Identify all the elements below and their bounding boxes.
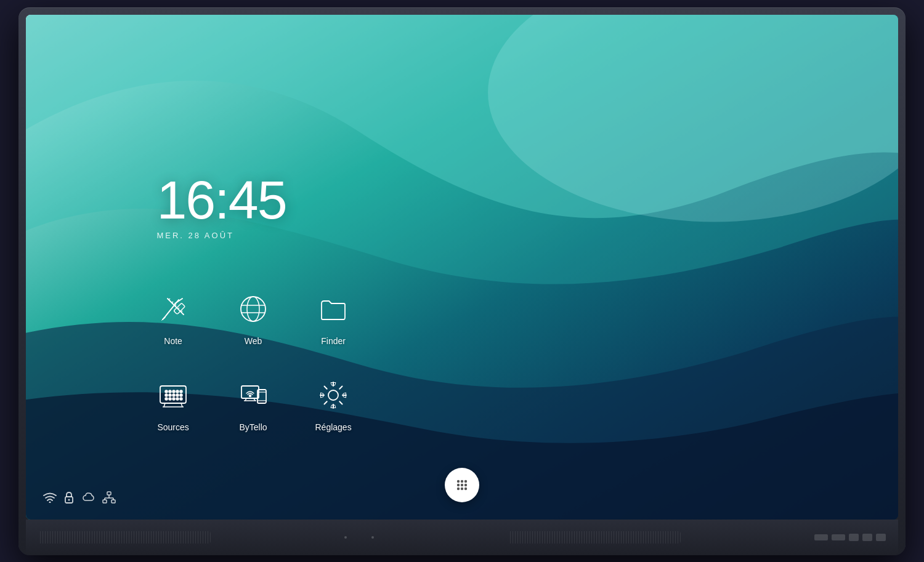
bottom-bezel <box>26 520 898 555</box>
svg-point-44 <box>328 390 338 400</box>
app-note[interactable]: Note <box>139 277 207 357</box>
sources-icon <box>152 374 194 416</box>
svg-line-9 <box>172 302 173 303</box>
finder-label: Finder <box>321 336 346 346</box>
reglages-label: Réglages <box>315 422 352 432</box>
svg-point-59 <box>461 483 463 486</box>
speaker-left <box>38 531 211 544</box>
lock-icon <box>64 491 74 506</box>
svg-point-26 <box>165 394 168 396</box>
ports-section <box>814 534 886 541</box>
svg-point-14 <box>247 297 259 321</box>
svg-point-21 <box>165 390 168 393</box>
app-reglages[interactable]: Réglages <box>299 363 367 443</box>
svg-point-45 <box>49 501 51 503</box>
finder-icon <box>312 288 354 330</box>
svg-point-22 <box>169 390 171 393</box>
bytello-label: ByTello <box>240 422 267 432</box>
clock-section: 16:45 MER. 28 AOÛT <box>156 173 286 240</box>
clock-date: MER. 28 AOÛT <box>156 231 286 240</box>
svg-point-35 <box>180 398 182 400</box>
app-sources[interactable]: Sources <box>139 363 207 443</box>
svg-point-63 <box>464 487 467 489</box>
wifi-icon <box>43 492 57 505</box>
svg-point-29 <box>176 394 179 396</box>
status-bar <box>43 491 116 506</box>
cloud-icon <box>81 491 95 506</box>
bytello-icon <box>232 374 274 416</box>
svg-marker-4 <box>161 317 165 321</box>
svg-point-60 <box>464 483 467 486</box>
svg-rect-50 <box>111 500 115 503</box>
svg-point-43 <box>249 395 251 396</box>
network-icon <box>102 491 116 506</box>
dot-2 <box>371 536 374 539</box>
svg-point-32 <box>169 398 171 400</box>
svg-point-34 <box>176 398 179 400</box>
svg-rect-48 <box>107 492 111 495</box>
app-finder[interactable]: Finder <box>299 277 367 357</box>
port-usb-2 <box>862 534 872 541</box>
app-web[interactable]: Web <box>219 277 287 357</box>
svg-point-58 <box>457 483 460 486</box>
port-2 <box>832 534 845 540</box>
note-icon <box>152 288 194 330</box>
web-label: Web <box>245 336 262 346</box>
home-button[interactable] <box>445 468 479 502</box>
svg-point-56 <box>461 480 463 482</box>
bottom-center <box>344 536 374 539</box>
svg-point-62 <box>461 487 463 489</box>
svg-point-33 <box>172 398 175 400</box>
sources-label: Sources <box>157 422 188 432</box>
web-icon <box>232 288 274 330</box>
svg-line-18 <box>164 403 165 407</box>
svg-point-25 <box>180 390 182 393</box>
tv-display: 16:45 MER. 28 AOÛT <box>18 7 906 555</box>
svg-line-8 <box>169 299 170 300</box>
svg-line-19 <box>181 403 182 407</box>
port-usb-1 <box>849 534 859 541</box>
svg-point-13 <box>241 297 265 321</box>
app-bytello[interactable]: ByTello <box>219 363 287 443</box>
svg-point-28 <box>172 394 175 396</box>
port-usb-3 <box>876 534 886 541</box>
dot-1 <box>344 536 347 539</box>
svg-point-27 <box>169 394 171 396</box>
clock-time: 16:45 <box>156 173 286 227</box>
svg-line-12 <box>181 311 182 312</box>
svg-point-30 <box>180 394 182 396</box>
apps-grid: Note Web <box>139 277 367 443</box>
svg-point-24 <box>176 390 179 393</box>
note-label: Note <box>164 336 182 346</box>
screen: 16:45 MER. 28 AOÛT <box>26 15 898 520</box>
svg-point-31 <box>165 398 168 400</box>
svg-line-11 <box>178 308 179 309</box>
svg-point-23 <box>172 390 175 393</box>
svg-point-61 <box>457 487 460 489</box>
speaker-right <box>508 531 681 544</box>
svg-rect-49 <box>103 500 107 503</box>
reglages-icon <box>312 374 354 416</box>
svg-point-47 <box>68 499 70 500</box>
port-1 <box>814 534 828 540</box>
svg-point-55 <box>457 480 460 482</box>
svg-point-57 <box>464 480 467 482</box>
